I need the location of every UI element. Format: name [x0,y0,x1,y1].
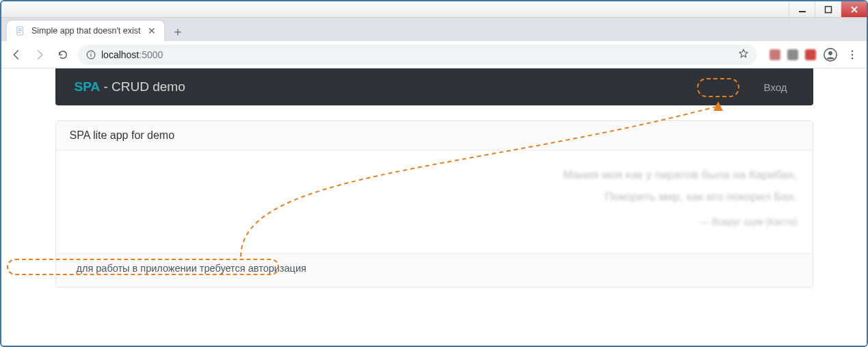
browser-menu-button[interactable] [845,47,860,62]
blurred-line: Мания моя как у пиратов была на Карибах, [71,164,798,186]
brand-rest: - CRUD demo [100,79,185,94]
window-titlebar[interactable] [1,1,867,18]
tab-title: Simple app that doesn't exist [31,26,142,36]
site-info-icon[interactable] [86,50,96,60]
blurred-line: Покорить мир, как его покорил Бах. [71,186,798,208]
kebab-menu-icon [846,49,858,61]
tab-favicon-icon [15,25,26,36]
nav-back-button[interactable] [8,47,25,63]
svg-rect-8 [90,52,91,53]
arrow-right-icon [34,49,46,61]
card-body: Мания моя как у пиратов была на Карибах,… [56,151,813,253]
page-viewport: SPA - CRUD demo Вход SPA lite app for de… [1,68,867,346]
browser-toolbar: localhost:5000 [1,41,867,68]
bookmark-star-button[interactable] [738,48,749,61]
extension-icon[interactable] [805,49,816,60]
nav-forward-button[interactable] [31,47,48,63]
reload-icon [57,49,69,61]
card-footer: для работы в приложении требуется автори… [56,253,813,287]
nav-reload-button[interactable] [55,47,71,63]
tab-close-button[interactable]: ✕ [148,26,156,36]
window-close-button[interactable] [841,1,867,17]
svg-point-12 [852,53,854,55]
app-navbar: SPA - CRUD demo Вход [55,68,813,105]
url-port: :5000 [139,49,163,60]
card-header: SPA lite app for demo [56,121,813,151]
close-icon [850,5,858,14]
window-maximize-button[interactable] [815,1,841,17]
page-container: SPA - CRUD demo Вход SPA lite app for de… [55,68,813,287]
window-minimize-button[interactable] [789,1,815,17]
blurred-quote: Мания моя как у пиратов была на Карибах,… [71,164,798,231]
window-frame: Simple app that doesn't exist ✕ ＋ localh… [0,0,868,347]
brand-accent: SPA [75,79,101,94]
svg-rect-0 [799,11,806,12]
svg-rect-3 [18,29,22,29]
url-text: localhost:5000 [101,49,733,60]
svg-rect-5 [18,32,21,33]
url-host: localhost [101,49,139,60]
auth-required-note: для работы в приложении требуется автори… [70,261,313,276]
svg-point-10 [828,51,832,55]
brand: SPA - CRUD demo [75,79,185,94]
svg-point-11 [852,50,854,52]
extension-icons [770,49,816,60]
browser-tab[interactable]: Simple app that doesn't exist ✕ [7,21,164,41]
blurred-attribution: — Вокруг шум (Каста) [71,213,798,231]
arrow-left-icon [10,49,23,61]
svg-rect-1 [825,6,831,12]
profile-avatar-button[interactable] [823,47,838,62]
demo-card: SPA lite app for demo Мания моя как у пи… [55,120,813,287]
maximize-icon [824,5,832,14]
svg-rect-7 [90,53,91,56]
svg-rect-4 [18,30,22,31]
login-link[interactable]: Вход [757,79,794,96]
minimize-icon [798,5,806,14]
svg-point-13 [852,57,854,59]
extension-icon[interactable] [770,49,780,60]
new-tab-button[interactable]: ＋ [168,22,187,41]
extension-icon[interactable] [787,49,798,60]
avatar-icon [823,47,838,62]
browser-tabstrip: Simple app that doesn't exist ✕ ＋ [1,18,867,41]
address-bar[interactable]: localhost:5000 [78,44,757,65]
